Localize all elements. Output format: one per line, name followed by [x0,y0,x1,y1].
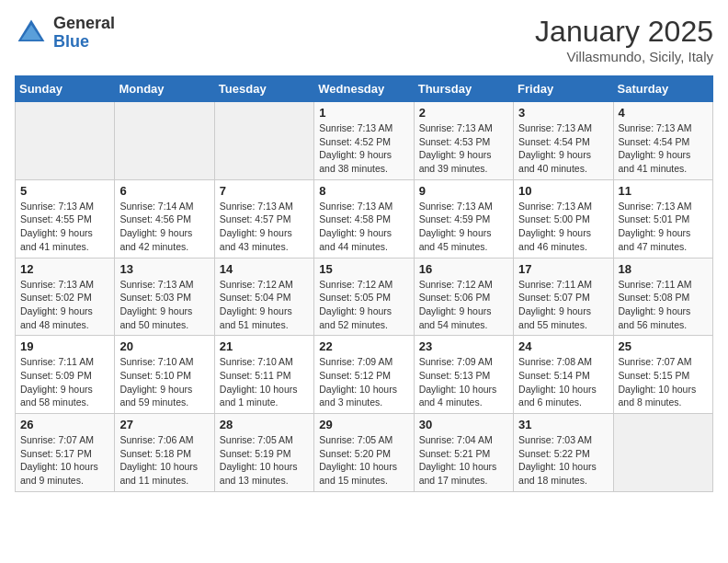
day-info: Sunrise: 7:13 AM Sunset: 4:52 PM Dayligh… [319,121,408,176]
day-number: 22 [319,339,408,353]
day-info: Sunrise: 7:11 AM Sunset: 5:08 PM Dayligh… [619,278,708,332]
calendar-cell [16,102,115,180]
day-info: Sunrise: 7:12 AM Sunset: 5:05 PM Dayligh… [319,278,408,332]
calendar-table: SundayMondayTuesdayWednesdayThursdayFrid… [15,75,713,492]
day-number: 31 [518,418,608,431]
calendar-cell: 3Sunrise: 7:13 AM Sunset: 4:54 PM Daylig… [514,102,613,180]
calendar-cell: 8Sunrise: 7:13 AM Sunset: 4:58 PM Daylig… [314,179,414,258]
day-number: 11 [619,184,708,198]
day-info: Sunrise: 7:13 AM Sunset: 5:01 PM Dayligh… [619,200,708,254]
day-info: Sunrise: 7:12 AM Sunset: 5:06 PM Dayligh… [419,278,508,332]
day-number: 3 [518,106,608,120]
page-header: General Blue January 2025 Villasmundo, S… [15,15,713,64]
day-info: Sunrise: 7:06 AM Sunset: 5:18 PM Dayligh… [119,433,209,488]
logo-icon [15,17,48,50]
calendar-cell: 7Sunrise: 7:13 AM Sunset: 4:57 PM Daylig… [214,179,313,258]
day-info: Sunrise: 7:09 AM Sunset: 5:12 PM Dayligh… [319,355,408,409]
calendar-cell: 30Sunrise: 7:04 AM Sunset: 5:21 PM Dayli… [414,414,513,492]
month-title: January 2025 [535,15,713,49]
calendar-cell: 9Sunrise: 7:13 AM Sunset: 4:59 PM Daylig… [414,179,513,258]
calendar-cell: 13Sunrise: 7:13 AM Sunset: 5:03 PM Dayli… [115,258,214,336]
day-info: Sunrise: 7:05 AM Sunset: 5:19 PM Dayligh… [220,433,309,488]
weekday-header: Monday [115,76,214,102]
day-number: 18 [619,262,708,276]
day-number: 19 [20,339,109,353]
calendar-cell: 19Sunrise: 7:11 AM Sunset: 5:09 PM Dayli… [16,336,115,414]
calendar-cell: 20Sunrise: 7:10 AM Sunset: 5:10 PM Dayli… [115,336,214,414]
day-info: Sunrise: 7:13 AM Sunset: 5:02 PM Dayligh… [20,278,109,332]
day-number: 25 [619,339,708,353]
calendar-cell: 17Sunrise: 7:11 AM Sunset: 5:07 PM Dayli… [514,258,613,336]
title-block: January 2025 Villasmundo, Sicily, Italy [535,15,713,64]
day-info: Sunrise: 7:13 AM Sunset: 5:00 PM Dayligh… [518,200,608,254]
day-number: 14 [220,262,309,276]
day-number: 4 [619,106,708,120]
day-number: 26 [20,418,109,431]
day-number: 8 [319,184,408,198]
day-number: 15 [319,262,408,276]
weekday-header: Thursday [414,76,513,102]
calendar-cell: 5Sunrise: 7:13 AM Sunset: 4:55 PM Daylig… [16,179,115,258]
calendar-cell: 12Sunrise: 7:13 AM Sunset: 5:02 PM Dayli… [16,258,115,336]
calendar-cell: 6Sunrise: 7:14 AM Sunset: 4:56 PM Daylig… [115,179,214,258]
day-info: Sunrise: 7:13 AM Sunset: 4:57 PM Dayligh… [220,200,309,254]
day-info: Sunrise: 7:04 AM Sunset: 5:21 PM Dayligh… [419,433,508,488]
day-number: 30 [419,418,508,431]
calendar-week-row: 12Sunrise: 7:13 AM Sunset: 5:02 PM Dayli… [16,258,713,336]
calendar-cell: 22Sunrise: 7:09 AM Sunset: 5:12 PM Dayli… [314,336,414,414]
day-info: Sunrise: 7:07 AM Sunset: 5:17 PM Dayligh… [20,433,109,488]
day-info: Sunrise: 7:13 AM Sunset: 4:53 PM Dayligh… [419,121,508,176]
calendar-cell [613,414,712,492]
day-info: Sunrise: 7:10 AM Sunset: 5:11 PM Dayligh… [220,355,309,409]
day-info: Sunrise: 7:13 AM Sunset: 4:54 PM Dayligh… [619,121,708,176]
day-number: 13 [119,262,209,276]
day-info: Sunrise: 7:14 AM Sunset: 4:56 PM Dayligh… [119,200,209,254]
day-info: Sunrise: 7:09 AM Sunset: 5:13 PM Dayligh… [419,355,508,409]
day-number: 23 [419,339,508,353]
calendar-cell: 31Sunrise: 7:03 AM Sunset: 5:22 PM Dayli… [514,414,613,492]
calendar-week-row: 26Sunrise: 7:07 AM Sunset: 5:17 PM Dayli… [16,414,713,492]
calendar-cell [214,102,313,180]
day-number: 5 [20,184,109,198]
day-number: 17 [518,262,608,276]
calendar-cell: 14Sunrise: 7:12 AM Sunset: 5:04 PM Dayli… [214,258,313,336]
day-number: 24 [518,339,608,353]
calendar-cell: 4Sunrise: 7:13 AM Sunset: 4:54 PM Daylig… [613,102,712,180]
weekday-header: Friday [514,76,613,102]
day-number: 6 [119,184,209,198]
logo: General Blue [15,15,115,52]
day-info: Sunrise: 7:12 AM Sunset: 5:04 PM Dayligh… [220,278,309,332]
calendar-cell: 26Sunrise: 7:07 AM Sunset: 5:17 PM Dayli… [16,414,115,492]
day-info: Sunrise: 7:13 AM Sunset: 4:54 PM Dayligh… [518,121,608,176]
calendar-cell: 18Sunrise: 7:11 AM Sunset: 5:08 PM Dayli… [613,258,712,336]
day-number: 29 [319,418,408,431]
calendar-cell: 25Sunrise: 7:07 AM Sunset: 5:15 PM Dayli… [613,336,712,414]
day-info: Sunrise: 7:07 AM Sunset: 5:15 PM Dayligh… [619,355,708,409]
calendar-cell: 1Sunrise: 7:13 AM Sunset: 4:52 PM Daylig… [314,102,414,180]
day-info: Sunrise: 7:13 AM Sunset: 4:55 PM Dayligh… [20,200,109,254]
weekday-header: Sunday [16,76,115,102]
weekday-header-row: SundayMondayTuesdayWednesdayThursdayFrid… [16,76,713,102]
calendar-cell: 24Sunrise: 7:08 AM Sunset: 5:14 PM Dayli… [514,336,613,414]
day-info: Sunrise: 7:03 AM Sunset: 5:22 PM Dayligh… [518,433,608,488]
day-number: 2 [419,106,508,120]
weekday-header: Saturday [613,76,712,102]
calendar-cell: 23Sunrise: 7:09 AM Sunset: 5:13 PM Dayli… [414,336,513,414]
day-info: Sunrise: 7:10 AM Sunset: 5:10 PM Dayligh… [119,355,209,409]
day-info: Sunrise: 7:05 AM Sunset: 5:20 PM Dayligh… [319,433,408,488]
day-number: 9 [419,184,508,198]
day-number: 16 [419,262,508,276]
day-number: 20 [119,339,209,353]
calendar-cell: 21Sunrise: 7:10 AM Sunset: 5:11 PM Dayli… [214,336,313,414]
calendar-week-row: 5Sunrise: 7:13 AM Sunset: 4:55 PM Daylig… [16,179,713,258]
calendar-cell: 10Sunrise: 7:13 AM Sunset: 5:00 PM Dayli… [514,179,613,258]
calendar-cell: 29Sunrise: 7:05 AM Sunset: 5:20 PM Dayli… [314,414,414,492]
calendar-week-row: 1Sunrise: 7:13 AM Sunset: 4:52 PM Daylig… [16,102,713,180]
logo-text: General Blue [53,15,115,52]
calendar-cell: 28Sunrise: 7:05 AM Sunset: 5:19 PM Dayli… [214,414,313,492]
day-info: Sunrise: 7:13 AM Sunset: 4:58 PM Dayligh… [319,200,408,254]
calendar-cell: 16Sunrise: 7:12 AM Sunset: 5:06 PM Dayli… [414,258,513,336]
weekday-header: Tuesday [214,76,313,102]
day-number: 28 [220,418,309,431]
calendar-cell: 11Sunrise: 7:13 AM Sunset: 5:01 PM Dayli… [613,179,712,258]
